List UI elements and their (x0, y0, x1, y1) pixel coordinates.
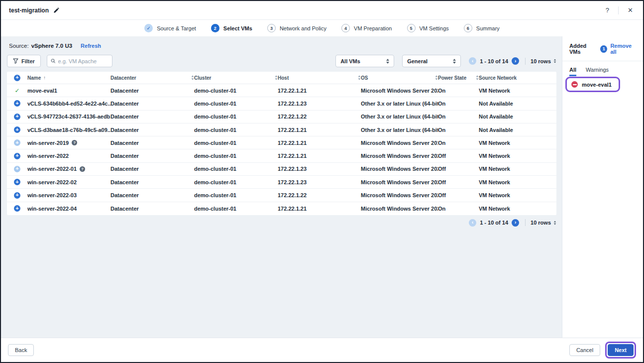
add-vm-button[interactable]: + (14, 100, 20, 107)
row-action-cell: + (7, 114, 27, 120)
vm-name-text: win-server-2022-04 (27, 206, 77, 212)
datacenter-cell: Datacenter (110, 166, 194, 172)
row-action-cell: ✓ (7, 87, 27, 94)
cluster-cell: demo-cluster-01 (194, 140, 278, 146)
table-toolbar: Filter All VMs General ‹ 1 - 10 of 14 › (7, 55, 556, 67)
cluster-cell: demo-cluster-01 (194, 206, 278, 212)
tab-warnings[interactable]: Warnings (586, 64, 609, 76)
tab-all[interactable]: All (569, 64, 576, 76)
rows-per-page-select[interactable]: 10 rows (531, 58, 556, 64)
help-icon[interactable]: ? (72, 140, 77, 145)
table-header: +Name↑DatacenterClusterHostOSPower State… (7, 72, 556, 84)
refresh-link[interactable]: Refresh (81, 43, 101, 49)
filter-label: Filter (21, 58, 35, 64)
row-action-cell: + (7, 179, 27, 185)
table-row[interactable]: +vCLS-d3baae18-c76b-49c5-a09...Datacente… (7, 123, 556, 136)
toolbar-divider (525, 58, 526, 65)
vm-table: +Name↑DatacenterClusterHostOSPower State… (7, 72, 556, 215)
rows-per-page-select-bottom[interactable]: 10 rows (531, 220, 556, 226)
column-header-name[interactable]: Name↑ (27, 75, 110, 81)
step-vm-settings[interactable]: 5VM Settings (407, 24, 449, 32)
close-button[interactable]: ✕ (626, 6, 635, 14)
titlebar-divider (618, 6, 619, 14)
add-vm-button[interactable]: + (14, 192, 20, 199)
datacenter-cell: Datacenter (110, 101, 194, 107)
help-button[interactable]: ? (604, 6, 611, 14)
vm-name-text: win-server-2022-01 (27, 166, 77, 172)
power-state-cell: On (438, 140, 479, 146)
column-header-host[interactable]: Host (278, 75, 361, 81)
source-network-cell: Not Available (479, 127, 556, 133)
column-header-datacenter[interactable]: Datacenter (110, 75, 194, 81)
help-icon[interactable]: ? (80, 166, 85, 172)
datacenter-cell: Datacenter (110, 88, 194, 94)
column-label: Cluster (194, 75, 211, 81)
table-row[interactable]: +vCLS-947723c4-2637-4136-aedb...Datacent… (7, 111, 556, 123)
column-header-os[interactable]: OS (361, 75, 438, 81)
table-row[interactable]: +win-server-2022Datacenterdemo-cluster-0… (7, 149, 556, 162)
vm-name-cell: vCLS-d3baae18-c76b-49c5-a09... (27, 127, 110, 133)
cluster-cell: demo-cluster-01 (194, 114, 278, 120)
next-page-button[interactable]: › (512, 57, 519, 65)
os-cell: Other 3.x or later Linux (64-bit) (361, 114, 438, 120)
table-row[interactable]: +vCLS-634b6bb4-ed52-4e22-a4c...Datacente… (7, 97, 556, 110)
add-all-button[interactable]: + (14, 75, 20, 81)
add-vm-button[interactable]: + (14, 153, 20, 159)
add-vm-button[interactable]: + (14, 139, 20, 146)
table-row[interactable]: +win-server-2022-01?Datacenterdemo-clust… (7, 163, 556, 176)
step-network-and-policy[interactable]: 3Network and Policy (267, 24, 326, 32)
search-input[interactable] (58, 58, 108, 64)
remove-all-link[interactable]: Remove all (610, 43, 638, 55)
cancel-button[interactable]: Cancel (569, 344, 600, 356)
source-network-cell: Not Available (479, 114, 556, 120)
vm-scope-select[interactable]: All VMs (335, 55, 394, 67)
step-summary[interactable]: 6Summary (464, 24, 500, 32)
cluster-cell: demo-cluster-01 (194, 166, 278, 172)
table-row[interactable]: +win-server-2022-02Datacenterdemo-cluste… (7, 176, 556, 189)
remove-vm-button[interactable] (571, 81, 578, 88)
column-label: Name (27, 75, 41, 81)
next-button[interactable]: Next (608, 344, 634, 356)
step-vm-preparation[interactable]: 4VM Preparation (341, 24, 392, 32)
vm-name-cell: vCLS-634b6bb4-ed52-4e22-a4c... (27, 101, 110, 107)
os-cell: Other 3.x or later Linux (64-bit) (361, 101, 438, 107)
add-vm-button[interactable]: + (14, 126, 20, 133)
next-page-button-bottom[interactable]: › (512, 219, 519, 227)
column-header-power-state[interactable]: Power State (438, 75, 479, 81)
select-updown-icon (553, 221, 556, 225)
column-header-cluster[interactable]: Cluster (194, 75, 278, 81)
table-row[interactable]: ✓move-eval1Datacenterdemo-cluster-01172.… (7, 84, 556, 97)
column-label: Host (278, 75, 289, 81)
source-network-cell: VM Network (479, 153, 556, 159)
source-network-cell: Not Available (479, 101, 556, 107)
table-body: ✓move-eval1Datacenterdemo-cluster-01172.… (7, 84, 556, 215)
edit-title-icon[interactable] (53, 7, 59, 13)
add-vm-button[interactable]: + (14, 114, 20, 120)
category-select[interactable]: General (402, 55, 461, 67)
added-vms-title: Added VMs (569, 43, 597, 55)
table-row[interactable]: +win-server-2019?Datacenterdemo-cluster-… (7, 136, 556, 149)
column-label: Datacenter (110, 75, 136, 81)
back-button[interactable]: Back (8, 344, 34, 356)
add-vm-button[interactable]: + (14, 205, 20, 212)
table-row[interactable]: +win-server-2022-04Datacenterdemo-cluste… (7, 202, 556, 215)
titlebar: test-migration ? ✕ (1, 1, 643, 20)
add-vm-button[interactable]: + (14, 166, 20, 172)
added-vm-item[interactable]: move-eval1 (565, 77, 620, 92)
prev-page-button[interactable]: ‹ (469, 57, 476, 65)
row-action-cell: + (7, 192, 27, 199)
pagination-range: 1 - 10 of 14 (480, 58, 508, 64)
os-cell: Microsoft Windows Server 2022 (... (361, 179, 438, 185)
vm-name-text: win-server-2022-03 (27, 192, 77, 198)
row-action-cell: + (7, 126, 27, 133)
row-action-cell: + (7, 153, 27, 159)
rows-per-page-value-bottom: 10 rows (531, 220, 551, 226)
added-vms-panel: Added VMs 1 Remove all AllWarnings move-… (562, 36, 643, 338)
add-vm-button[interactable]: + (14, 179, 20, 185)
step-source-target[interactable]: ✓Source & Target (144, 24, 196, 32)
filter-button[interactable]: Filter (7, 55, 41, 67)
vm-name-cell: win-server-2022-02 (27, 179, 110, 185)
step-select-vms[interactable]: 2Select VMs (211, 24, 252, 32)
prev-page-button-bottom[interactable]: ‹ (469, 219, 476, 227)
table-row[interactable]: +win-server-2022-03Datacenterdemo-cluste… (7, 189, 556, 202)
